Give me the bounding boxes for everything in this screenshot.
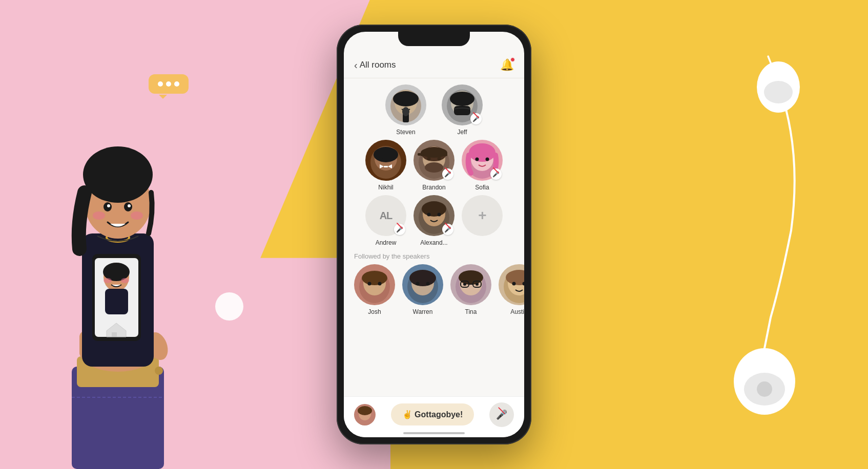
notification-button[interactable]: 🔔 xyxy=(500,58,514,72)
decoration-circle xyxy=(215,292,243,321)
avatar-wrap-alexander: 🎤 xyxy=(414,195,454,236)
phone-frame: ‹ All rooms 🔔 xyxy=(337,25,531,444)
svg-point-61 xyxy=(438,157,441,161)
svg-point-84 xyxy=(459,270,483,285)
user-name-tina: Tina xyxy=(465,308,477,315)
svg-point-33 xyxy=(757,381,772,397)
user-name-brandon: Brandon xyxy=(422,184,445,191)
phone-screen: ‹ All rooms 🔔 xyxy=(344,32,524,437)
mic-badge-jeff: 🎤 xyxy=(470,113,482,124)
svg-point-89 xyxy=(476,283,479,286)
mic-off-icon-alexander: 🎤 xyxy=(444,226,451,233)
svg-point-3 xyxy=(155,367,163,375)
divider xyxy=(344,78,524,78)
svg-point-40 xyxy=(402,107,409,116)
svg-point-81 xyxy=(426,282,430,286)
mic-off-icon-sofia: 🎤 xyxy=(492,171,500,178)
bottom-left-area xyxy=(354,404,376,425)
svg-point-49 xyxy=(374,147,398,162)
svg-point-70 xyxy=(427,213,431,217)
add-icon: + xyxy=(478,207,486,224)
earbuds-illustration xyxy=(678,51,853,420)
speakers-row-1: Steven xyxy=(344,84,524,136)
svg-point-64 xyxy=(469,143,495,162)
mic-off-icon-brandon: 🎤 xyxy=(444,171,451,178)
mic-off-icon-andrew: 🎤 xyxy=(396,226,403,233)
svg-point-29 xyxy=(764,81,793,103)
mic-off-icon-jeff: 🎤 xyxy=(472,116,480,122)
avatar-warren xyxy=(402,264,443,305)
illustration-person xyxy=(31,80,205,469)
user-jeff[interactable]: 🎤 Jeff xyxy=(442,84,483,136)
svg-rect-27 xyxy=(112,332,117,337)
svg-point-76 xyxy=(378,282,382,286)
bottom-avatar xyxy=(354,404,376,425)
avatar-wrap-tina xyxy=(450,264,491,305)
avatar-tina xyxy=(450,264,491,305)
user-nikhil[interactable]: Nikhil xyxy=(365,140,406,191)
svg-point-69 xyxy=(422,201,446,217)
notch xyxy=(398,32,470,46)
home-indicator xyxy=(403,432,465,434)
svg-point-60 xyxy=(427,157,431,161)
speakers-row-3: AL 🎤 Andrew xyxy=(344,195,524,246)
svg-point-93 xyxy=(512,282,516,286)
user-add[interactable]: + xyxy=(462,195,503,246)
back-button[interactable]: ‹ All rooms xyxy=(354,59,396,71)
svg-point-17 xyxy=(128,204,131,207)
mic-badge-sofia: 🎤 xyxy=(490,168,502,180)
svg-point-71 xyxy=(438,213,441,217)
user-name-austin: Austin xyxy=(510,308,524,315)
user-andrew[interactable]: AL 🎤 Andrew xyxy=(365,195,406,246)
bottom-bar: ✌️ Gottagobye! 🎤 xyxy=(344,396,524,437)
mute-button[interactable]: 🎤 xyxy=(489,402,514,427)
user-name-jeff: Jeff xyxy=(457,129,467,136)
svg-point-79 xyxy=(409,270,436,286)
svg-rect-57 xyxy=(421,152,447,156)
back-chevron-icon: ‹ xyxy=(354,59,358,71)
svg-point-80 xyxy=(416,282,420,286)
svg-rect-58 xyxy=(418,153,424,156)
user-name-warren: Warren xyxy=(413,308,433,315)
back-label: All rooms xyxy=(360,60,396,70)
avatar-wrap-add: + xyxy=(462,195,503,236)
avatar-wrap-austin xyxy=(499,264,524,305)
user-sofia[interactable]: 🎤 Sofia xyxy=(462,140,503,191)
initials-andrew: AL xyxy=(380,210,392,222)
svg-point-45 xyxy=(465,101,469,105)
avatar-steven xyxy=(385,84,426,125)
svg-point-26 xyxy=(121,278,129,283)
user-name-sofia: Sofia xyxy=(475,184,489,191)
svg-point-88 xyxy=(463,283,466,286)
avatar-wrap-brandon: 🎤 xyxy=(414,140,454,181)
svg-point-25 xyxy=(104,278,112,283)
avatar-austin xyxy=(499,264,524,305)
user-warren[interactable]: Warren xyxy=(402,264,443,315)
svg-rect-24 xyxy=(105,289,128,314)
svg-point-13 xyxy=(83,146,153,203)
avatar-josh xyxy=(354,264,395,305)
user-name-josh: Josh xyxy=(368,308,381,315)
svg-point-65 xyxy=(476,158,479,161)
avatar-add: + xyxy=(462,195,503,236)
app-header: ‹ All rooms 🔔 xyxy=(344,54,524,78)
svg-point-52 xyxy=(389,157,393,161)
user-tina[interactable]: Tina xyxy=(450,264,491,315)
user-austin[interactable]: Austin xyxy=(499,264,524,315)
mic-badge-brandon: 🎤 xyxy=(442,168,453,180)
svg-point-75 xyxy=(368,282,371,286)
user-steven[interactable]: Steven xyxy=(385,84,426,136)
user-brandon[interactable]: 🎤 Brandon xyxy=(414,140,454,191)
user-alexander[interactable]: 🎤 Alexand... xyxy=(414,195,454,246)
avatar-wrap-jeff: 🎤 xyxy=(442,84,483,125)
avatar-nikhil xyxy=(365,140,406,181)
leave-button[interactable]: ✌️ Gottagobye! xyxy=(391,403,474,425)
svg-point-51 xyxy=(379,157,383,161)
avatar-wrap-warren xyxy=(402,264,443,305)
user-josh[interactable]: Josh xyxy=(354,264,395,315)
svg-point-38 xyxy=(409,101,413,105)
notification-badge xyxy=(510,57,515,62)
avatar-wrap-sofia: 🎤 xyxy=(462,140,503,181)
svg-point-36 xyxy=(393,91,419,106)
mic-badge-alexander: 🎤 xyxy=(442,224,453,235)
